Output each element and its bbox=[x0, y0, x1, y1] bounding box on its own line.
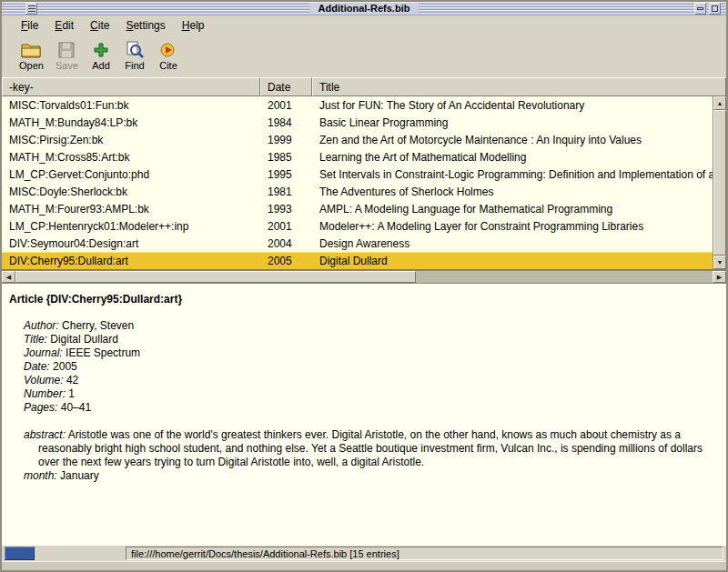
minimize-button[interactable] bbox=[694, 3, 706, 15]
field-pages: Pages: 40–41 bbox=[24, 401, 717, 415]
cell-date: 1995 bbox=[260, 168, 312, 181]
save-floppy-icon bbox=[58, 39, 75, 60]
column-header-date[interactable]: Date bbox=[260, 77, 312, 96]
field-label: month: bbox=[24, 469, 57, 482]
field-value: Digital Dullard bbox=[50, 333, 118, 346]
status-grip bbox=[5, 547, 35, 560]
menu-item-file[interactable]: File bbox=[13, 16, 46, 35]
scroll-up-button[interactable]: ▲ bbox=[713, 96, 726, 110]
cell-date: 2001 bbox=[260, 99, 312, 112]
table-area: MISC:Torvalds01:Fun:bk 2001 Just for FUN… bbox=[2, 96, 726, 270]
cell-title: Zen and the Art of Motorcycle Maintenanc… bbox=[312, 134, 713, 146]
field-title: Title: Digital Dullard bbox=[24, 333, 717, 346]
vertical-scrollbar-thumb[interactable] bbox=[713, 110, 726, 256]
cell-title: Digital Dullard bbox=[312, 255, 713, 267]
cell-key: MISC:Torvalds01:Fun:bk bbox=[2, 99, 260, 112]
cell-key: LM_CP:Gervet:Conjunto:phd bbox=[2, 168, 260, 181]
field-number: Number: 1 bbox=[24, 387, 717, 401]
field-value: 2005 bbox=[53, 360, 77, 373]
cite-button[interactable]: Cite bbox=[155, 38, 182, 72]
save-button[interactable]: Save bbox=[53, 38, 81, 72]
cell-date: 2005 bbox=[260, 255, 312, 267]
field-value: IEEE Spectrum bbox=[66, 346, 140, 359]
vertical-scrollbar[interactable]: ▲ ▼ bbox=[713, 96, 726, 269]
scroll-left-button[interactable]: ◀ bbox=[2, 271, 15, 283]
window-menu-button[interactable] bbox=[25, 3, 37, 15]
menu-item-edit[interactable]: Edit bbox=[46, 16, 82, 35]
field-label: abstract: bbox=[24, 428, 66, 441]
field-value: Cherry, Steven bbox=[62, 319, 134, 332]
cell-title: Learning the Art of Mathematical Modelli… bbox=[312, 151, 713, 164]
cell-date: 1999 bbox=[260, 134, 312, 146]
find-button[interactable]: Find bbox=[121, 38, 148, 72]
field-value: 42 bbox=[66, 374, 78, 386]
cell-date: 2004 bbox=[260, 237, 312, 250]
open-button[interactable]: Open bbox=[16, 38, 46, 72]
scroll-down-button[interactable]: ▼ bbox=[713, 256, 726, 269]
maximize-icon bbox=[712, 5, 718, 12]
add-label: Add bbox=[92, 60, 110, 71]
table-row[interactable]: LM_CP:Hentenryck01:Modeler++:inp 2001 Mo… bbox=[2, 217, 713, 235]
cell-date: 1984 bbox=[260, 116, 312, 129]
table-row[interactable]: MATH_M:Bunday84:LP:bk 1984 Basic Linear … bbox=[2, 114, 713, 131]
table-row[interactable]: MISC:Torvalds01:Fun:bk 2001 Just for FUN… bbox=[2, 96, 713, 114]
menu-item-settings[interactable]: Settings bbox=[117, 16, 173, 35]
save-label: Save bbox=[56, 60, 78, 71]
cell-title: Design Awareness bbox=[312, 237, 713, 250]
menubar: File Edit Cite Settings Help bbox=[2, 15, 726, 35]
cell-title: Set Intervals in Constraint-Logic Progra… bbox=[312, 168, 713, 181]
status-text: file:///home/gerrit/Docs/thesis/Addition… bbox=[131, 548, 399, 559]
menu-item-cite[interactable]: Cite bbox=[82, 16, 117, 35]
cell-title: Modeler++: A Modeling Layer for Constrai… bbox=[312, 220, 713, 233]
column-header-key[interactable]: -key- bbox=[2, 77, 260, 96]
window-title: Additional-Refs.bib bbox=[309, 3, 420, 15]
field-value: 1 bbox=[68, 387, 75, 400]
column-header-title[interactable]: Title bbox=[312, 77, 726, 96]
cell-date: 1981 bbox=[260, 186, 312, 198]
table-header: -key- Date Title bbox=[2, 77, 726, 96]
entry-fields: Author: Cherry, Steven Title: Digital Du… bbox=[24, 319, 717, 415]
table-row[interactable]: DIV:Seymour04:Design:art 2004 Design Awa… bbox=[2, 235, 713, 252]
field-label: Journal: bbox=[24, 346, 63, 359]
statusbar: file:///home/gerrit/Docs/thesis/Addition… bbox=[2, 546, 726, 561]
find-label: Find bbox=[125, 60, 144, 71]
entry-detail-pane: Article {DIV:Cherry95:Dullard:art} Autho… bbox=[2, 284, 726, 546]
arrow-left-icon: ◀ bbox=[6, 274, 11, 281]
menu-item-help[interactable]: Help bbox=[174, 16, 213, 35]
field-journal: Journal: IEEE Spectrum bbox=[24, 346, 717, 360]
maximize-button[interactable] bbox=[709, 3, 721, 15]
window-bottom-edge bbox=[2, 561, 726, 570]
cell-title: AMPL: A Modeling Language for Mathematic… bbox=[312, 203, 713, 216]
scroll-right-button[interactable]: ▶ bbox=[713, 271, 726, 283]
table-row[interactable]: LM_CP:Gervet:Conjunto:phd 1995 Set Inter… bbox=[2, 166, 713, 183]
field-date: Date: 2005 bbox=[24, 360, 717, 374]
titlebar[interactable]: Additional-Refs.bib bbox=[2, 2, 726, 15]
cell-key: MATH_M:Cross85:Art:bk bbox=[2, 151, 260, 164]
cell-key: MATH_M:Fourer93:AMPL:bk bbox=[2, 203, 260, 216]
horizontal-scrollbar-thumb[interactable] bbox=[15, 271, 416, 283]
horizontal-scrollbar[interactable]: ◀ ▶ bbox=[2, 270, 726, 284]
arrow-down-icon: ▼ bbox=[717, 259, 723, 266]
field-value: January bbox=[60, 469, 99, 482]
field-label: Author: bbox=[24, 319, 59, 332]
field-value: 40–41 bbox=[61, 401, 91, 414]
cell-date: 2001 bbox=[260, 220, 312, 233]
open-label: Open bbox=[19, 60, 44, 71]
table-row-selected[interactable]: DIV:Cherry95:Dullard:art 2005 Digital Du… bbox=[2, 252, 713, 269]
horizontal-scrollbar-trough[interactable] bbox=[416, 271, 713, 283]
toolbar: Open Save Add bbox=[2, 35, 726, 77]
table-row[interactable]: MISC:Doyle:Sherlock:bk 1981 The Adventur… bbox=[2, 183, 713, 200]
field-month: month: January bbox=[24, 469, 717, 483]
abstract-text: Aristotle was one of the world's greates… bbox=[38, 428, 703, 468]
cell-title: The Adventures of Sherlock Holmes bbox=[312, 186, 713, 198]
open-folder-icon bbox=[21, 39, 41, 60]
table-row[interactable]: MATH_M:Cross85:Art:bk 1985 Learning the … bbox=[2, 148, 713, 166]
field-author: Author: Cherry, Steven bbox=[24, 319, 717, 333]
add-button[interactable]: Add bbox=[87, 38, 115, 72]
table-row[interactable]: MATH_M:Fourer93:AMPL:bk 1993 AMPL: A Mod… bbox=[2, 200, 713, 217]
table-row[interactable]: MISC:Pirsig:Zen:bk 1999 Zen and the Art … bbox=[2, 131, 713, 148]
cell-key: DIV:Cherry95:Dullard:art bbox=[2, 255, 260, 267]
cell-date: 1993 bbox=[260, 203, 312, 216]
find-magnifier-icon bbox=[126, 39, 144, 60]
cell-key: MATH_M:Bunday84:LP:bk bbox=[2, 116, 260, 129]
